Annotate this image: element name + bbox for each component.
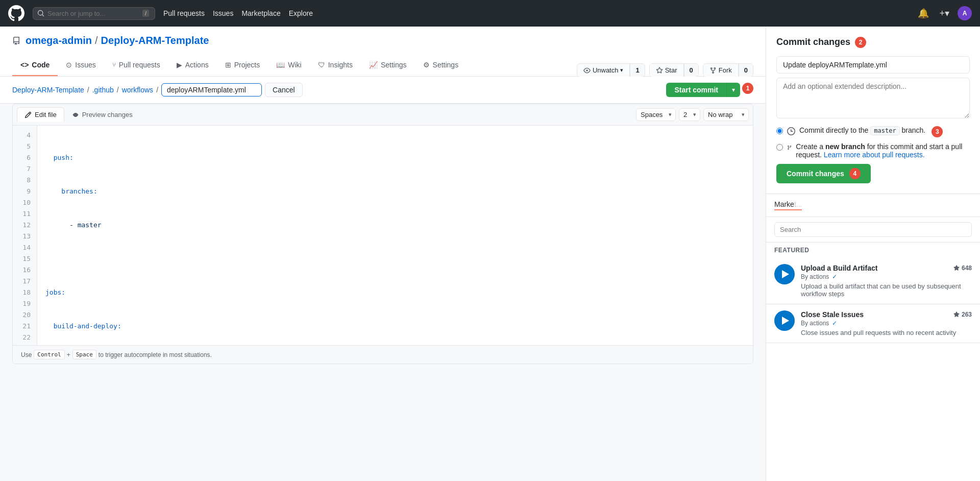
breadcrumb-github[interactable]: .github — [92, 86, 114, 94]
tab-security[interactable]: 🛡 Insights — [310, 55, 361, 76]
commit-panel: Commit changes 2 Commit directly to the … — [766, 27, 980, 194]
action-icon-1 — [774, 264, 795, 284]
fork-label: Fork — [719, 66, 732, 74]
cancel-button[interactable]: Cancel — [265, 83, 303, 97]
pull-requests-nav[interactable]: Pull requests — [163, 9, 205, 17]
tab-actions[interactable]: ▶ Actions — [168, 55, 217, 76]
play-icon-1 — [782, 270, 789, 278]
new-branch-label: Create a new branch for this commit and … — [796, 142, 970, 159]
search-box[interactable]: / — [33, 7, 155, 20]
wrap-select[interactable]: No wrap Soft wrap — [703, 108, 749, 121]
space-key-badge: Space — [72, 350, 96, 359]
commit-btn-label: Commit changes — [787, 170, 844, 178]
hint-use: Use — [21, 351, 32, 358]
tab-settings[interactable]: ⚙ Settings — [415, 55, 467, 76]
wrap-select-wrapper: No wrap Soft wrap — [703, 108, 749, 121]
tab-insights[interactable]: 📈 Settings — [361, 55, 415, 76]
star-count-1: 648 — [953, 264, 972, 272]
editor-container: Edit file Preview changes Spaces Tabs — [12, 104, 753, 364]
search-input[interactable] — [47, 10, 139, 17]
github-logo[interactable] — [8, 5, 24, 21]
commit-panel-badge: 2 — [855, 37, 866, 48]
verified-icon-2: ✓ — [832, 320, 837, 327]
sep3: / — [156, 86, 158, 94]
page-wrapper: omega-admin / Deploy-ARM-Template Unwatc… — [0, 27, 980, 481]
notifications-button[interactable]: 🔔 — [916, 6, 931, 21]
breadcrumb-workflows[interactable]: workflows — [122, 86, 153, 94]
marketplace-panel: Market... Featured Upload a Build Artifa… — [766, 194, 980, 343]
tab-code[interactable]: <> Code — [12, 55, 58, 76]
commit-message-input[interactable] — [776, 56, 970, 74]
preview-label: Preview changes — [82, 111, 133, 118]
action-desc-1: Upload a build artifact that can be used… — [801, 282, 972, 298]
avatar[interactable]: A — [958, 6, 972, 20]
spaces-select-wrapper: Spaces Tabs — [636, 108, 676, 121]
new-branch-radio[interactable] — [776, 144, 783, 151]
commit-description-input[interactable] — [776, 78, 970, 118]
branch-name-badge: master — [870, 126, 899, 135]
action-item-upload-artifact[interactable]: Upload a Build Artifact 648 By actions ✓… — [766, 258, 980, 304]
control-key-badge: Control — [34, 350, 64, 359]
top-navigation: / Pull requests Issues Marketplace Explo… — [0, 0, 980, 27]
top-nav-right: 🔔 +▾ A — [916, 6, 972, 21]
start-commit-button[interactable]: Start commit — [666, 83, 726, 97]
slash-hint: / — [142, 10, 149, 17]
star-label: Star — [665, 66, 677, 74]
direct-commit-label: Commit directly to the master branch. — [799, 126, 925, 134]
repo-name-link[interactable]: Deploy-ARM-Template — [101, 35, 209, 46]
action-name-1: Upload a Build Artifact 648 — [801, 264, 972, 272]
code-content[interactable]: push: branches: - master jobs: build-and… — [37, 126, 753, 345]
start-commit-dropdown[interactable]: ▾ — [726, 83, 740, 97]
marketplace-header: Market... — [766, 194, 980, 217]
unwatch-button[interactable]: Unwatch ▾ — [577, 64, 630, 77]
action-by-2: By actions ✓ — [801, 320, 972, 327]
start-commit-group: Start commit ▾ 1 — [666, 83, 753, 97]
spaces-select[interactable]: Spaces Tabs — [636, 108, 676, 121]
sep2: / — [117, 86, 119, 94]
commit-changes-button[interactable]: Commit changes 4 — [776, 164, 871, 183]
star-button[interactable]: Star — [650, 64, 684, 77]
start-commit-badge: 1 — [742, 83, 753, 94]
edit-file-tab[interactable]: Edit file — [17, 107, 64, 122]
edit-file-label: Edit file — [35, 111, 57, 118]
issues-nav[interactable]: Issues — [213, 9, 233, 17]
editor-toolbar: Edit file Preview changes Spaces Tabs — [13, 104, 753, 126]
repo-header: omega-admin / Deploy-ARM-Template Unwatc… — [0, 27, 766, 77]
plus-sym: + — [67, 351, 70, 358]
star-count-2: 263 — [953, 311, 972, 318]
action-item-close-stale[interactable]: Close Stale Issues 263 By actions ✓ Clos… — [766, 304, 980, 343]
top-nav-links: Pull requests Issues Marketplace Explore — [163, 9, 908, 17]
indent-select[interactable]: 2 4 — [679, 108, 700, 121]
explore-nav[interactable]: Explore — [289, 9, 313, 17]
action-name-2: Close Stale Issues 263 — [801, 310, 972, 319]
preview-tab[interactable]: Preview changes — [64, 107, 140, 122]
learn-more-link[interactable]: Learn more about pull requests. — [824, 151, 925, 159]
star-group: Star 0 — [649, 63, 699, 77]
marketplace-nav[interactable]: Marketplace — [241, 9, 280, 17]
breadcrumb: omega-admin / Deploy-ARM-Template — [12, 35, 753, 46]
action-icon-2 — [774, 310, 795, 331]
fork-count[interactable]: 0 — [739, 64, 753, 77]
tab-pull-requests[interactable]: ⑂ Pull requests — [104, 55, 168, 76]
fork-group: Fork 0 — [703, 63, 753, 77]
play-icon-2 — [782, 317, 789, 325]
start-commit-label: Start commit — [674, 86, 718, 94]
action-info-2: Close Stale Issues 263 By actions ✓ Clos… — [801, 310, 972, 336]
filename-input[interactable] — [161, 83, 262, 97]
sep1: / — [87, 86, 89, 94]
star-count[interactable]: 0 — [684, 64, 698, 77]
hint-suffix: to trigger autocomplete in most situatio… — [99, 351, 212, 358]
marketplace-tab-label[interactable]: Market... — [774, 200, 802, 210]
direct-commit-radio[interactable] — [776, 128, 783, 134]
fork-button[interactable]: Fork — [703, 64, 739, 77]
repo-owner[interactable]: omega-admin — [26, 35, 92, 46]
tab-projects[interactable]: ⊞ Projects — [217, 55, 268, 76]
marketplace-search-input[interactable] — [774, 222, 972, 237]
create-new-button[interactable]: +▾ — [937, 6, 951, 21]
code-editor[interactable]: 4 5 6 7 8 9 10 11 12 13 14 15 16 17 18 1… — [13, 126, 753, 345]
action-by-1: By actions ✓ — [801, 273, 972, 280]
tab-wiki[interactable]: 📖 Wiki — [268, 55, 309, 76]
unwatch-count[interactable]: 1 — [630, 64, 644, 77]
breadcrumb-root[interactable]: Deploy-ARM-Template — [12, 86, 84, 94]
tab-issues[interactable]: ⊙ Issues — [58, 55, 104, 76]
